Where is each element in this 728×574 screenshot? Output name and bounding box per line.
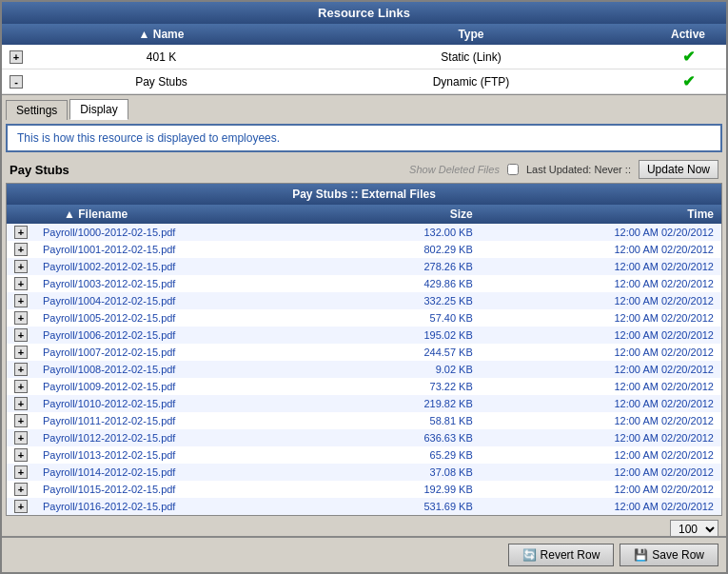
- file-time-cell: 12:00 AM 02/20/2012: [481, 481, 721, 498]
- file-expand-btn[interactable]: +: [14, 465, 28, 479]
- file-time-cell: 12:00 AM 02/20/2012: [481, 241, 721, 258]
- file-time-cell: 12:00 AM 02/20/2012: [481, 412, 721, 429]
- file-size-cell: 58.81 KB: [345, 412, 480, 429]
- file-expand-btn[interactable]: +: [14, 226, 28, 239]
- file-expand-cell: +: [7, 378, 35, 395]
- file-table-row[interactable]: + Payroll/1016-2012-02-15.pdf 531.69 KB …: [7, 498, 721, 515]
- file-size-cell: 219.82 KB: [345, 395, 480, 412]
- file-expand-cell: +: [7, 481, 35, 498]
- file-time-cell: 12:00 AM 02/20/2012: [481, 224, 721, 241]
- paystubs-title: Pay Stubs: [10, 163, 402, 177]
- file-size-cell: 73.22 KB: [345, 378, 480, 395]
- file-size-cell: 57.40 KB: [345, 309, 480, 327]
- file-expand-btn[interactable]: +: [14, 328, 28, 342]
- revert-row-button[interactable]: 🔄 Revert Row: [508, 544, 615, 566]
- tab-display[interactable]: Display: [69, 99, 128, 120]
- file-table-row[interactable]: + Payroll/1015-2012-02-15.pdf 192.99 KB …: [7, 481, 721, 498]
- col-size-header[interactable]: Size: [345, 205, 480, 224]
- resource-active: ✔: [650, 69, 726, 94]
- save-row-button[interactable]: 💾 Save Row: [620, 544, 718, 566]
- file-size-cell: 531.69 KB: [345, 498, 480, 515]
- file-expand-btn[interactable]: +: [14, 277, 28, 290]
- file-time-cell: 12:00 AM 02/20/2012: [481, 275, 721, 292]
- file-table-row[interactable]: + Payroll/1000-2012-02-15.pdf 132.00 KB …: [7, 224, 721, 241]
- file-expand-cell: +: [7, 395, 35, 412]
- file-expand-btn[interactable]: +: [14, 397, 28, 410]
- file-size-cell: 244.57 KB: [345, 344, 480, 361]
- file-expand-btn[interactable]: +: [14, 243, 28, 256]
- file-expand-btn[interactable]: +: [14, 483, 28, 496]
- file-table-row[interactable]: + Payroll/1003-2012-02-15.pdf 429.86 KB …: [7, 275, 721, 292]
- file-expand-cell: +: [7, 309, 35, 327]
- col-time-header[interactable]: Time: [481, 205, 721, 224]
- file-time-cell: 12:00 AM 02/20/2012: [481, 498, 721, 515]
- file-table-row[interactable]: + Payroll/1004-2012-02-15.pdf 332.25 KB …: [7, 292, 721, 309]
- file-expand-btn[interactable]: +: [14, 431, 28, 445]
- expand-btn[interactable]: -: [10, 75, 23, 89]
- file-expand-cell: +: [7, 292, 35, 309]
- resource-name: 401 K: [30, 45, 292, 69]
- inner-table-title: Pay Stubs :: External Files: [7, 184, 721, 205]
- file-table-row[interactable]: + Payroll/1011-2012-02-15.pdf 58.81 KB 1…: [7, 412, 721, 429]
- tab-settings[interactable]: Settings: [6, 100, 68, 120]
- file-expand-btn[interactable]: +: [14, 500, 28, 513]
- file-time-cell: 12:00 AM 02/20/2012: [481, 327, 721, 344]
- file-name-cell: Payroll/1014-2012-02-15.pdf: [35, 464, 345, 481]
- file-expand-cell: +: [7, 498, 35, 515]
- file-table-row[interactable]: + Payroll/1006-2012-02-15.pdf 195.02 KB …: [7, 327, 721, 344]
- expand-btn[interactable]: +: [10, 50, 23, 64]
- col-name: ▲ Name: [30, 24, 292, 45]
- action-bar: 🔄 Revert Row 💾 Save Row: [2, 536, 726, 572]
- resource-name: Pay Stubs: [30, 69, 292, 94]
- window-title: Resource Links: [318, 6, 410, 20]
- file-expand-cell: +: [7, 429, 35, 446]
- show-deleted-checkbox[interactable]: [507, 164, 519, 175]
- col-filename-header[interactable]: ▲ Filename: [35, 205, 345, 224]
- content-area: This is how this resource is displayed t…: [2, 120, 726, 536]
- update-now-button[interactable]: Update Now: [639, 160, 718, 179]
- file-time-cell: 12:00 AM 02/20/2012: [481, 258, 721, 275]
- file-expand-btn[interactable]: +: [14, 294, 28, 307]
- file-table-row[interactable]: + Payroll/1007-2012-02-15.pdf 244.57 KB …: [7, 344, 721, 361]
- file-time-cell: 12:00 AM 02/20/2012: [481, 309, 721, 327]
- file-table-row[interactable]: + Payroll/1009-2012-02-15.pdf 73.22 KB 1…: [7, 378, 721, 395]
- title-bar: Resource Links: [2, 2, 726, 24]
- file-expand-btn[interactable]: +: [14, 363, 28, 376]
- file-table-row[interactable]: + Payroll/1008-2012-02-15.pdf 9.02 KB 12…: [7, 361, 721, 378]
- file-name-cell: Payroll/1013-2012-02-15.pdf: [35, 446, 345, 464]
- file-time-cell: 12:00 AM 02/20/2012: [481, 464, 721, 481]
- file-name-cell: Payroll/1005-2012-02-15.pdf: [35, 309, 345, 327]
- file-table-row[interactable]: + Payroll/1001-2012-02-15.pdf 802.29 KB …: [7, 241, 721, 258]
- file-size-cell: 9.02 KB: [345, 361, 480, 378]
- file-table-row[interactable]: + Payroll/1014-2012-02-15.pdf 37.08 KB 1…: [7, 464, 721, 481]
- file-expand-cell: +: [7, 412, 35, 429]
- file-table-row[interactable]: + Payroll/1002-2012-02-15.pdf 278.26 KB …: [7, 258, 721, 275]
- file-size-cell: 65.29 KB: [345, 446, 480, 464]
- last-updated-label: Last Updated: Never ::: [526, 164, 631, 175]
- paystubs-header: Pay Stubs Show Deleted Files Last Update…: [2, 156, 726, 183]
- file-expand-btn[interactable]: +: [14, 311, 28, 325]
- file-expand-btn[interactable]: +: [14, 346, 28, 359]
- page-size-select[interactable]: 2550100250: [670, 520, 718, 536]
- file-table-row[interactable]: + Payroll/1010-2012-02-15.pdf 219.82 KB …: [7, 395, 721, 412]
- file-name-cell: Payroll/1011-2012-02-15.pdf: [35, 412, 345, 429]
- file-expand-btn[interactable]: +: [14, 260, 28, 273]
- file-expand-cell: +: [7, 258, 35, 275]
- inner-table-container: Pay Stubs :: External Files ▲ Filename S…: [6, 183, 722, 516]
- resource-table-row: - Pay Stubs Dynamic (FTP) ✔: [2, 69, 726, 94]
- file-expand-cell: +: [7, 344, 35, 361]
- file-table-row[interactable]: + Payroll/1005-2012-02-15.pdf 57.40 KB 1…: [7, 309, 721, 327]
- pagination-row: 2550100250: [2, 516, 726, 536]
- file-name-cell: Payroll/1015-2012-02-15.pdf: [35, 481, 345, 498]
- file-name-cell: Payroll/1006-2012-02-15.pdf: [35, 327, 345, 344]
- file-name-cell: Payroll/1008-2012-02-15.pdf: [35, 361, 345, 378]
- info-banner: This is how this resource is displayed t…: [6, 124, 722, 152]
- resource-table-row: + 401 K Static (Link) ✔: [2, 45, 726, 69]
- tabs-area: Settings Display: [2, 95, 726, 120]
- file-table-row[interactable]: + Payroll/1012-2012-02-15.pdf 636.63 KB …: [7, 429, 721, 446]
- file-expand-btn[interactable]: +: [14, 380, 28, 393]
- file-expand-btn[interactable]: +: [14, 448, 28, 462]
- file-size-cell: 278.26 KB: [345, 258, 480, 275]
- file-table-row[interactable]: + Payroll/1013-2012-02-15.pdf 65.29 KB 1…: [7, 446, 721, 464]
- file-expand-btn[interactable]: +: [14, 414, 28, 427]
